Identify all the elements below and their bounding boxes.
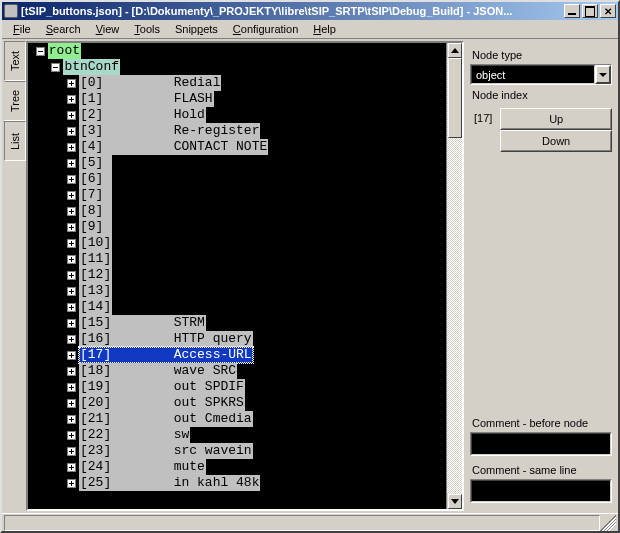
scroll-thumb[interactable] bbox=[448, 58, 462, 138]
expand-icon[interactable] bbox=[67, 95, 76, 104]
expand-icon[interactable] bbox=[67, 223, 76, 232]
expand-icon[interactable] bbox=[67, 127, 76, 136]
tree-item[interactable]: : [17] Access-URL bbox=[28, 347, 446, 363]
tree-item[interactable]: : [22] sw bbox=[28, 427, 446, 443]
collapse-icon[interactable] bbox=[51, 63, 60, 72]
tree-item[interactable]: : [19] out SPDIF bbox=[28, 379, 446, 395]
tree-view[interactable]: root btnConf : [0] Redial : [1] FLASH : … bbox=[28, 43, 446, 509]
tree-item[interactable]: : [23] src wavein bbox=[28, 443, 446, 459]
expand-icon[interactable] bbox=[67, 111, 76, 120]
menu-snippets[interactable]: Snippets bbox=[168, 21, 225, 37]
node-index-label: Node index bbox=[472, 89, 612, 101]
tree-item[interactable]: [9] bbox=[28, 219, 446, 235]
tree-item[interactable]: : [15] STRM bbox=[28, 315, 446, 331]
menu-file[interactable]: File bbox=[6, 21, 38, 37]
vertical-scrollbar[interactable] bbox=[446, 43, 462, 509]
tree-item[interactable]: [8] bbox=[28, 203, 446, 219]
expand-icon[interactable] bbox=[67, 207, 76, 216]
tree-item[interactable]: [12] bbox=[28, 267, 446, 283]
expand-icon[interactable] bbox=[67, 431, 76, 440]
scroll-down-button[interactable] bbox=[448, 494, 462, 509]
side-tabs: TextTreeList bbox=[4, 41, 26, 511]
menu-search[interactable]: Search bbox=[39, 21, 88, 37]
tree-item[interactable]: [6] bbox=[28, 171, 446, 187]
expand-icon[interactable] bbox=[67, 335, 76, 344]
tree-item[interactable]: : [0] Redial bbox=[28, 75, 446, 91]
tree-item[interactable]: : [4] CONTACT NOTE bbox=[28, 139, 446, 155]
menu-tools[interactable]: Tools bbox=[127, 21, 167, 37]
expand-icon[interactable] bbox=[67, 399, 76, 408]
menu-view[interactable]: View bbox=[89, 21, 127, 37]
tree-item[interactable]: : [1] FLASH bbox=[28, 91, 446, 107]
tree-key: [13] bbox=[79, 283, 112, 299]
expand-icon[interactable] bbox=[67, 383, 76, 392]
tree-item[interactable]: [10] bbox=[28, 235, 446, 251]
expand-icon[interactable] bbox=[67, 287, 76, 296]
expand-icon[interactable] bbox=[67, 463, 76, 472]
expand-icon[interactable] bbox=[67, 143, 76, 152]
properties-panel: Node type object Node index [17] Up Down… bbox=[466, 41, 616, 511]
expand-icon[interactable] bbox=[67, 239, 76, 248]
tree-item[interactable]: : [25] in kahl 48k bbox=[28, 475, 446, 491]
expand-icon[interactable] bbox=[67, 351, 76, 360]
tree-item[interactable]: [5] bbox=[28, 155, 446, 171]
down-button[interactable]: Down bbox=[500, 130, 612, 152]
tree-row-text: [4] CONTACT NOTE bbox=[79, 139, 268, 155]
up-button[interactable]: Up bbox=[500, 108, 612, 130]
tree-item[interactable]: [7] bbox=[28, 187, 446, 203]
tree-item[interactable]: : [16] HTTP query bbox=[28, 331, 446, 347]
tree-item[interactable]: : [21] out Cmedia bbox=[28, 411, 446, 427]
minimize-button[interactable] bbox=[564, 4, 580, 18]
expand-icon[interactable] bbox=[67, 447, 76, 456]
side-tab-tree[interactable]: Tree bbox=[4, 81, 26, 121]
expand-icon[interactable] bbox=[67, 271, 76, 280]
expand-icon[interactable] bbox=[67, 175, 76, 184]
tree-row-text: [23] src wavein bbox=[79, 443, 253, 459]
tree-row-text: [18] wave SRC bbox=[79, 363, 237, 379]
tree-row-text: [15] STRM bbox=[79, 315, 206, 331]
expand-icon[interactable] bbox=[67, 159, 76, 168]
scroll-track[interactable] bbox=[447, 58, 462, 494]
expand-icon[interactable] bbox=[67, 367, 76, 376]
node-type-value: object bbox=[471, 65, 595, 84]
tree-node[interactable]: btnConf bbox=[28, 59, 446, 75]
comment-before-label: Comment - before node bbox=[472, 417, 612, 429]
tree-item[interactable]: : [24] mute bbox=[28, 459, 446, 475]
tree-key: [9] bbox=[79, 219, 112, 235]
tree-item[interactable]: [11] bbox=[28, 251, 446, 267]
comment-same-input[interactable] bbox=[470, 479, 612, 503]
chevron-down-icon[interactable] bbox=[595, 65, 611, 84]
expand-icon[interactable] bbox=[67, 79, 76, 88]
expand-icon[interactable] bbox=[67, 415, 76, 424]
tree-row-text: [21] out Cmedia bbox=[79, 411, 253, 427]
comment-before-input[interactable] bbox=[470, 432, 612, 456]
menu-configuration[interactable]: Configuration bbox=[226, 21, 305, 37]
tree-item[interactable]: : [20] out SPKRS bbox=[28, 395, 446, 411]
expand-icon[interactable] bbox=[67, 303, 76, 312]
tree-key: [14] bbox=[79, 299, 112, 315]
collapse-icon[interactable] bbox=[36, 47, 45, 56]
tree-item[interactable]: : [18] wave SRC bbox=[28, 363, 446, 379]
side-tab-text[interactable]: Text bbox=[4, 41, 26, 81]
menu-bar: FileSearchViewToolsSnippetsConfiguration… bbox=[2, 20, 618, 39]
maximize-button[interactable] bbox=[582, 4, 598, 18]
expand-icon[interactable] bbox=[67, 319, 76, 328]
tree-item[interactable]: : [2] Hold bbox=[28, 107, 446, 123]
close-button[interactable] bbox=[600, 4, 616, 18]
tree-row-text: [0] Redial bbox=[79, 75, 221, 91]
expand-icon[interactable] bbox=[67, 255, 76, 264]
title-bar[interactable]: [tSIP_buttons.json] - [D:\Dokumenty\_PRO… bbox=[2, 2, 618, 20]
tree-item[interactable]: : [3] Re-register bbox=[28, 123, 446, 139]
tree-item[interactable]: [14] bbox=[28, 299, 446, 315]
resize-grip-icon[interactable] bbox=[600, 515, 616, 531]
side-tab-list[interactable]: List bbox=[4, 121, 26, 161]
app-window: [tSIP_buttons.json] - [D:\Dokumenty\_PRO… bbox=[0, 0, 620, 533]
tree-item[interactable]: [13] bbox=[28, 283, 446, 299]
scroll-up-button[interactable] bbox=[448, 43, 462, 58]
tree-root[interactable]: root bbox=[28, 43, 446, 59]
tree-row-text: [24] mute bbox=[79, 459, 206, 475]
expand-icon[interactable] bbox=[67, 479, 76, 488]
expand-icon[interactable] bbox=[67, 191, 76, 200]
node-type-combo[interactable]: object bbox=[470, 64, 612, 85]
menu-help[interactable]: Help bbox=[306, 21, 343, 37]
